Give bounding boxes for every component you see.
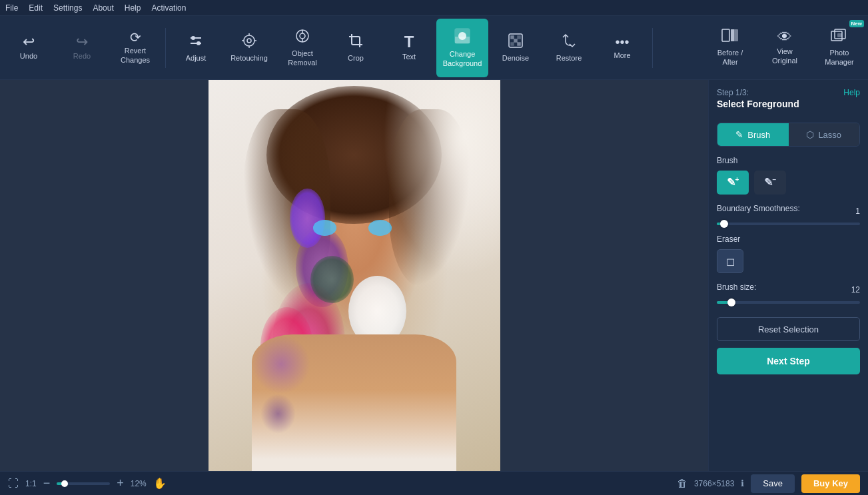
next-step-btn[interactable]: Next Step bbox=[717, 348, 860, 374]
tool-photo-manager-label: PhotoManager bbox=[825, 49, 853, 66]
brush-size-slider-thumb bbox=[727, 298, 735, 306]
brush-size-label: Brush size: bbox=[717, 282, 756, 292]
step-title: Select Foreground bbox=[717, 99, 799, 109]
tool-more-label: More bbox=[614, 51, 630, 60]
eraser-btn[interactable]: ◻ bbox=[717, 249, 743, 273]
eraser-section: Eraser ◻ bbox=[717, 235, 860, 273]
brush-section-label: Brush bbox=[717, 156, 860, 165]
menu-file[interactable]: File bbox=[5, 3, 18, 13]
brush-add-btn[interactable]: ✎+ bbox=[717, 171, 749, 195]
tool-photo-manager-wrap: PhotoManager New bbox=[813, 19, 865, 77]
delete-btn[interactable]: 🗑 bbox=[677, 476, 687, 490]
zoom-slider-thumb bbox=[61, 480, 68, 487]
svg-rect-18 bbox=[511, 36, 514, 39]
boundary-slider-thumb bbox=[720, 220, 728, 228]
svg-rect-19 bbox=[514, 39, 517, 42]
reset-selection-btn[interactable]: Reset Selection bbox=[717, 317, 860, 341]
zoom-out-icon: − bbox=[43, 476, 51, 490]
restore-icon bbox=[561, 33, 577, 51]
menu-activation[interactable]: Activation bbox=[151, 3, 186, 13]
boundary-label: Boundary Smoothness: bbox=[717, 204, 800, 213]
help-link[interactable]: Help bbox=[843, 88, 860, 97]
tab-lasso[interactable]: ⬡ Lasso bbox=[789, 123, 860, 146]
svg-rect-22 bbox=[511, 43, 514, 45]
canvas-area[interactable] bbox=[0, 80, 708, 471]
undo-icon: ↩ bbox=[23, 35, 35, 49]
brush-tab-label: Brush bbox=[747, 130, 770, 140]
brush-modes: ✎+ ✎− bbox=[717, 171, 860, 195]
tool-retouching[interactable]: Retouching bbox=[223, 19, 275, 77]
tool-denoise[interactable]: Denoise bbox=[490, 19, 542, 77]
crop-icon bbox=[348, 33, 364, 51]
boundary-slider[interactable] bbox=[717, 223, 860, 225]
tool-change-bg-label: ChangeBackground bbox=[443, 50, 482, 67]
retouching-icon bbox=[241, 33, 257, 51]
toolbar-divider-1 bbox=[165, 28, 166, 68]
tool-adjust[interactable]: Adjust bbox=[170, 19, 222, 77]
tool-view-original-label: ViewOriginal bbox=[772, 47, 797, 65]
tool-revert[interactable]: ⟳ RevertChanges bbox=[109, 19, 161, 77]
lasso-tab-label: Lasso bbox=[818, 130, 841, 140]
object-removal-icon bbox=[294, 28, 310, 47]
menu-about[interactable]: About bbox=[93, 3, 113, 13]
tool-before-after-label: Before /After bbox=[717, 49, 743, 66]
tool-revert-label: RevertChanges bbox=[121, 47, 150, 64]
view-original-icon: 👁 bbox=[777, 30, 792, 45]
pan-tool-icon: ✋ bbox=[153, 478, 167, 489]
selection-mode-tabs: ✎ Brush ⬡ Lasso bbox=[717, 123, 860, 147]
tool-denoise-label: Denoise bbox=[502, 54, 529, 63]
tool-crop-label: Crop bbox=[348, 54, 364, 63]
fit-screen-btn[interactable]: ⛶ bbox=[8, 478, 19, 490]
tool-change-bg[interactable]: ChangeBackground bbox=[436, 19, 488, 77]
tool-undo-label: Undo bbox=[20, 52, 37, 61]
zoom-out-btn[interactable]: − bbox=[43, 476, 51, 490]
trash-icon: 🗑 bbox=[677, 478, 687, 489]
tool-redo[interactable]: ↪ Redo bbox=[56, 19, 108, 77]
before-after-icon bbox=[721, 29, 739, 46]
more-icon: ••• bbox=[615, 35, 629, 49]
tool-more[interactable]: ••• More bbox=[596, 19, 648, 77]
lasso-tab-icon: ⬡ bbox=[806, 129, 814, 140]
photo-manager-icon bbox=[831, 29, 848, 46]
tool-text[interactable]: T Text bbox=[383, 19, 435, 77]
menu-bar: File Edit Settings About Help Activation bbox=[0, 0, 868, 16]
svg-rect-23 bbox=[722, 29, 729, 41]
menu-settings[interactable]: Settings bbox=[53, 3, 82, 13]
svg-rect-25 bbox=[731, 29, 734, 41]
tool-photo-manager[interactable]: PhotoManager bbox=[813, 19, 865, 77]
tool-text-label: Text bbox=[402, 53, 416, 61]
buy-key-btn[interactable]: Buy Key bbox=[801, 474, 860, 493]
zoom-percentage: 12% bbox=[131, 479, 147, 488]
menu-edit[interactable]: Edit bbox=[29, 3, 43, 13]
zoom-in-btn[interactable]: + bbox=[117, 476, 124, 490]
pan-tool-btn[interactable]: ✋ bbox=[153, 477, 167, 490]
tab-brush[interactable]: ✎ Brush bbox=[717, 123, 789, 146]
status-bar: ⛶ 1:1 − + 12% ✋ 🗑 3766×5183 ℹ Save Buy K… bbox=[0, 471, 868, 495]
tool-undo[interactable]: ↩ Undo bbox=[3, 19, 55, 77]
tool-object-removal[interactable]: ObjectRemoval bbox=[276, 19, 328, 77]
save-btn[interactable]: Save bbox=[751, 474, 795, 493]
main: Step 1/3: Select Foreground Help ✎ Brush… bbox=[0, 80, 868, 471]
svg-point-3 bbox=[197, 42, 200, 45]
tool-before-after[interactable]: Before /After bbox=[704, 19, 756, 77]
brush-remove-icon: ✎− bbox=[764, 176, 777, 189]
tool-restore[interactable]: Restore bbox=[543, 19, 595, 77]
eraser-label: Eraser bbox=[717, 235, 860, 244]
toolbar-divider-2 bbox=[652, 28, 653, 68]
image-dimensions: 3766×5183 bbox=[694, 479, 734, 488]
step-indicator: Step 1/3: bbox=[717, 88, 799, 97]
zoom-slider[interactable] bbox=[57, 482, 110, 485]
info-icon[interactable]: ℹ bbox=[741, 478, 744, 488]
fit-screen-icon: ⛶ bbox=[8, 478, 19, 489]
tool-crop[interactable]: Crop bbox=[330, 19, 382, 77]
boundary-value: 1 bbox=[848, 207, 860, 216]
svg-rect-28 bbox=[837, 33, 842, 37]
brush-remove-btn[interactable]: ✎− bbox=[754, 171, 786, 195]
tool-view-original[interactable]: 👁 ViewOriginal bbox=[759, 19, 811, 77]
svg-rect-20 bbox=[518, 43, 520, 45]
menu-help[interactable]: Help bbox=[125, 3, 141, 13]
change-bg-icon bbox=[454, 27, 471, 47]
toolbar: ↩ Undo ↪ Redo ⟳ RevertChanges Adjust R bbox=[0, 16, 868, 80]
denoise-icon bbox=[508, 33, 524, 51]
brush-size-slider[interactable] bbox=[717, 301, 860, 304]
